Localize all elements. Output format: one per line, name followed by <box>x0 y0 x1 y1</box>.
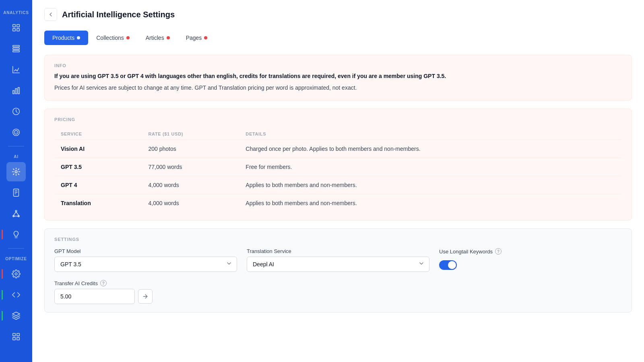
ai-settings-icon <box>12 167 21 176</box>
tab-collections[interactable]: Collections <box>88 31 137 45</box>
transfer-row <box>54 289 622 304</box>
tab-collections-dot <box>126 36 130 39</box>
sidebar-divider-1 <box>8 146 24 146</box>
main-content: Artificial Intelligence Settings Product… <box>32 0 644 362</box>
layers-icon <box>12 311 21 320</box>
settings-section-label: SETTINGS <box>54 237 622 242</box>
gpt-model-select-wrapper: GPT 3.5 GPT 4 <box>54 257 237 272</box>
sidebar-divider-2 <box>8 248 24 249</box>
service-gpt4: GPT 4 <box>54 176 142 194</box>
gear-icon <box>12 269 21 278</box>
svg-point-13 <box>16 132 17 133</box>
tab-pages[interactable]: Pages <box>178 31 216 45</box>
svg-rect-29 <box>17 337 19 340</box>
details-gpt35: Free for members. <box>239 158 622 176</box>
sidebar-item-chart[interactable] <box>6 60 26 79</box>
svg-rect-8 <box>15 88 17 94</box>
tab-products-label: Products <box>52 35 74 41</box>
svg-point-14 <box>15 171 17 173</box>
analytics-section-label: ANALYTICS <box>0 10 32 15</box>
accent-line3 <box>2 290 3 300</box>
rate-vision-ai: 200 photos <box>142 140 239 158</box>
service-gpt35: GPT 3.5 <box>54 158 142 176</box>
longtail-help-icon[interactable]: ? <box>495 248 502 255</box>
ai-section-label: AI <box>0 154 32 159</box>
svg-rect-2 <box>13 29 15 31</box>
gpt-model-select[interactable]: GPT 3.5 GPT 4 <box>54 257 237 272</box>
svg-point-25 <box>15 273 17 275</box>
svg-rect-0 <box>13 25 15 27</box>
sidebar-item-grid2[interactable] <box>6 327 26 346</box>
svg-line-22 <box>14 212 16 215</box>
svg-rect-28 <box>13 337 15 340</box>
table-row: GPT 3.5 77,000 words Free for members. <box>54 158 622 176</box>
bulb-icon <box>12 230 21 239</box>
settings-box: SETTINGS GPT Model GPT 3.5 GPT 4 Transla… <box>44 228 632 313</box>
details-gpt4: Applies to both members and non-members. <box>239 176 622 194</box>
code-icon <box>12 290 21 299</box>
svg-rect-9 <box>18 88 20 94</box>
table-row: Translation 4,000 words Applies to both … <box>54 194 622 212</box>
sidebar-item-ai-settings[interactable] <box>6 162 26 181</box>
sidebar-item-target[interactable] <box>6 123 26 142</box>
longtail-keywords-label: Use Longtail Keywords ? <box>439 248 622 255</box>
sidebar-item-barchart[interactable] <box>6 81 26 100</box>
svg-rect-27 <box>17 333 19 336</box>
sidebar-item-bulb[interactable] <box>6 225 26 244</box>
sidebar-item-doc[interactable] <box>6 183 26 202</box>
tab-products[interactable]: Products <box>44 31 88 45</box>
tab-articles-label: Articles <box>146 35 164 41</box>
pricing-table: SERVICE RATE ($1 USD) DETAILS Vision AI … <box>54 128 622 212</box>
svg-rect-26 <box>13 333 15 336</box>
translation-service-select[interactable]: Deepl AI Google Translate <box>247 257 429 272</box>
chart-icon <box>12 65 21 74</box>
grid-icon <box>12 44 21 53</box>
sidebar-item-grid[interactable] <box>6 39 26 58</box>
accent-line4 <box>2 311 3 321</box>
longtail-toggle[interactable] <box>439 260 457 270</box>
tab-articles[interactable]: Articles <box>138 31 178 45</box>
col-details: DETAILS <box>239 128 622 140</box>
transfer-credits-section: Transfer AI Credits ? <box>54 280 622 304</box>
details-translation: Applies to both members and non-members. <box>239 194 622 212</box>
gpt-model-field: GPT Model GPT 3.5 GPT 4 <box>54 248 237 272</box>
arrow-right-icon <box>142 293 149 300</box>
tab-pages-dot <box>204 36 207 39</box>
svg-rect-15 <box>14 189 19 196</box>
sidebar-item-network[interactable] <box>6 204 26 223</box>
page-title: Artificial Intelligence Settings <box>62 10 175 19</box>
rate-gpt35: 77,000 words <box>142 158 239 176</box>
info-normal-text: Prices for AI services are subject to ch… <box>54 84 622 92</box>
transfer-credits-input[interactable] <box>54 289 135 304</box>
sidebar-item-dashboard[interactable] <box>6 18 26 37</box>
settings-grid: GPT Model GPT 3.5 GPT 4 Translation Serv… <box>54 248 622 272</box>
translation-service-select-wrapper: Deepl AI Google Translate <box>247 257 429 272</box>
back-button[interactable] <box>44 8 57 21</box>
longtail-toggle-container <box>439 260 622 270</box>
gpt-model-label: GPT Model <box>54 248 237 254</box>
tab-bar: Products Collections Articles Pages <box>44 31 632 45</box>
rate-translation: 4,000 words <box>142 194 239 212</box>
transfer-credits-label: Transfer AI Credits ? <box>54 280 622 286</box>
svg-rect-7 <box>13 90 14 94</box>
sidebar: ANALYTICS AI OPTIMIZE <box>0 0 32 362</box>
target-icon <box>12 128 21 137</box>
sidebar-item-gear[interactable] <box>6 264 26 284</box>
svg-rect-3 <box>17 29 19 31</box>
table-row: Vision AI 200 photos Charged once per ph… <box>54 140 622 158</box>
page-header: Artificial Intelligence Settings <box>44 8 632 21</box>
info-box: INFO If you are using GPT 3.5 or GPT 4 w… <box>44 55 632 101</box>
pricing-box: PRICING SERVICE RATE ($1 USD) DETAILS Vi… <box>44 109 632 220</box>
sidebar-item-clock[interactable] <box>6 102 26 121</box>
doc-icon <box>12 188 21 197</box>
sidebar-item-layers[interactable] <box>6 306 26 325</box>
service-translation: Translation <box>54 194 142 212</box>
transfer-credits-help-icon[interactable]: ? <box>100 280 107 286</box>
sidebar-item-code[interactable] <box>6 285 26 304</box>
svg-line-23 <box>16 212 19 215</box>
longtail-keywords-field: Use Longtail Keywords ? <box>439 248 622 272</box>
optimize-section-label: OPTIMIZE <box>0 257 32 261</box>
dashboard-icon <box>12 23 21 32</box>
clock-icon <box>12 107 21 116</box>
transfer-credits-button[interactable] <box>138 289 153 304</box>
